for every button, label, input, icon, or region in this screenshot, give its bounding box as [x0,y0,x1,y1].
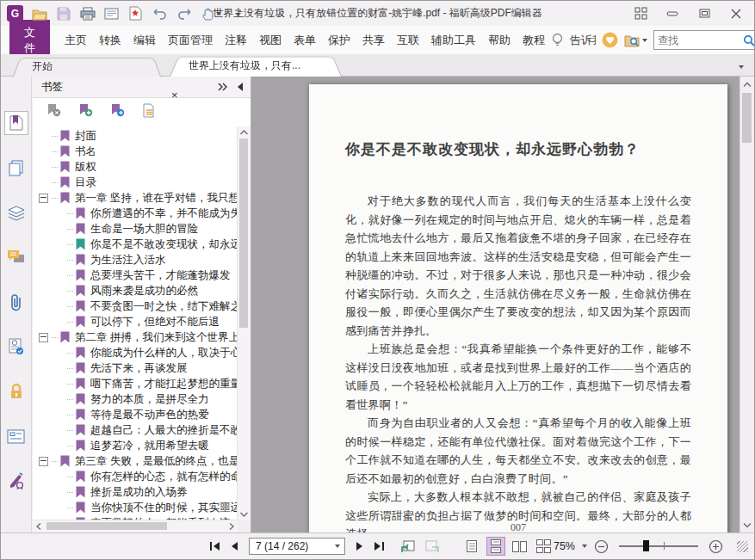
scroll-up-icon[interactable] [238,128,251,137]
attachments-icon[interactable] [4,290,28,314]
tab-close-icon[interactable]: × [171,89,178,102]
collapse-expander-icon[interactable] [39,194,48,203]
bookmark-item[interactable]: 当你快顶不住的时候，其实噩运也 [33,500,238,515]
scroll-thumb[interactable] [46,522,167,530]
menu-item[interactable]: 注释 [219,33,253,48]
set-destination-icon[interactable] [142,103,155,118]
bookmark-item[interactable]: 先活下来，再谈发展 [33,360,238,376]
bookmark-item[interactable]: 追梦若冷，就用希望去暖 [33,438,238,453]
view-mode-single-page[interactable] [462,537,481,556]
bookmark-item[interactable]: 封面 [33,128,238,144]
page-number-input[interactable] [254,539,335,553]
menu-item[interactable]: 转换 [93,33,127,48]
add-bookmark-icon[interactable] [78,103,93,117]
save-icon[interactable] [55,5,71,22]
menu-item[interactable]: 主页 [59,33,93,48]
bookmarks-horizontal-scrollbar[interactable] [33,520,238,532]
bookmark-item[interactable]: 你有怎样的心态，就有怎样的命运 [33,469,238,484]
scroll-thumb[interactable] [742,93,752,143]
view-mode-continuous[interactable] [486,537,505,556]
delete-bookmark-icon[interactable] [46,103,61,117]
menu-item[interactable]: 保护 [322,33,356,48]
print-icon[interactable] [79,5,96,22]
scroll-up-icon[interactable] [740,80,754,89]
zoom-slider[interactable] [619,545,698,547]
hand-tool-caret[interactable] [216,12,221,15]
scroll-down-icon[interactable] [740,520,754,529]
scroll-thumb[interactable] [239,138,248,328]
menu-item[interactable]: 帮助 [482,33,517,48]
bookmarks-panel-icon[interactable] [4,111,28,135]
bookmark-item[interactable]: 总要埋头苦干，才能蓬勃爆发 [33,268,238,283]
next-bookmark-icon[interactable] [110,103,125,117]
form-fields-icon[interactable] [4,424,28,448]
customize-toolbar-icon[interactable] [230,5,246,22]
menu-item[interactable]: 视图 [253,33,288,48]
previous-page-button[interactable] [231,541,238,551]
menu-item[interactable]: 教程 [517,33,551,48]
bookmark-item[interactable]: 目录 [33,175,238,190]
bookmark-item[interactable]: 版权 [33,159,238,175]
scroll-left-icon[interactable] [34,520,43,532]
bookmark-item[interactable]: 可以停下，但绝对不能后退 [33,314,238,329]
window-resize-grip[interactable] [737,541,748,552]
bookmark-item[interactable]: 第一章 坚持，谁在乎对错，我只想 [33,190,238,206]
zoom-in-button[interactable] [709,539,723,554]
redo-icon[interactable] [176,5,192,22]
zoom-slider-handle[interactable] [643,540,649,551]
undo-icon[interactable] [152,5,168,22]
bookmark-item[interactable]: 你是不是不敢改变现状，却永远野 [33,237,238,252]
menu-item[interactable]: 共享 [356,33,391,48]
bookmark-item[interactable]: 挫折是成功的入场券 [33,484,238,500]
foxit-logo-icon[interactable]: G [7,5,23,22]
view-mode-continuous-facing[interactable] [535,537,554,556]
page-field-caret[interactable] [335,545,340,548]
scroll-down-icon[interactable] [238,510,251,519]
menu-item[interactable]: 辅助工具 [425,33,482,48]
previous-view-button[interactable] [400,540,415,553]
bookmark-item[interactable]: 为生活注入活水 [33,252,238,268]
bookmark-item[interactable]: 你所遭遇的不幸，并不能成为失败 [33,206,238,221]
last-page-button[interactable] [374,541,385,551]
find-box[interactable] [653,30,755,50]
hand-tool-icon[interactable] [200,5,222,22]
bookmark-item[interactable]: 不要贪图一时之快，结下难解之 [33,298,238,314]
collapse-expander-icon[interactable] [39,333,48,342]
bookmark-item[interactable]: 生命是一场大胆的冒险 [33,221,238,237]
close-button[interactable] [730,8,742,20]
search-folder-icon[interactable] [624,34,647,47]
bookmark-item[interactable]: 你能成为什么样的人，取决于心中 [33,345,238,360]
scroll-right-icon[interactable] [227,520,236,532]
menu-item[interactable]: 表单 [288,33,322,48]
bookmark-item[interactable]: 超越自己：人最大的挫折是不敢想 [33,422,238,438]
zoom-level-label[interactable]: 75% [554,540,575,552]
bookmark-item[interactable]: 风雨来袭是成功的必然 [33,283,238,298]
bookmark-item[interactable]: 努力的本质，是拼尽全力 [33,391,238,407]
page-number-field[interactable] [249,538,345,555]
search-icon[interactable] [742,34,755,47]
bookmark-item[interactable]: 等待是最不动声色的热爱 [33,407,238,422]
next-view-button[interactable] [425,540,440,553]
bookmark-item[interactable]: 第二章 拼搏，我们来到这个世界上 [33,329,238,345]
email-icon[interactable] [103,5,120,22]
search-folder-caret[interactable] [642,39,647,42]
create-pdf-icon[interactable] [127,5,144,22]
first-page-button[interactable] [209,541,220,551]
tab-list-caret[interactable] [739,59,744,71]
bookmark-item[interactable]: 咽下痛苦，才能扛起梦想的重量 [33,376,238,391]
document-vertical-scrollbar[interactable] [740,77,754,532]
tab-start[interactable]: 开始 [13,56,161,77]
bookmark-item[interactable]: 书名 [33,144,238,159]
layers-icon[interactable] [4,200,28,225]
bookmarks-vertical-scrollbar[interactable] [237,126,251,520]
tab-document[interactable]: 世界上没有垃圾，只有... × [170,54,342,77]
collapse-expander-icon[interactable] [39,457,48,466]
collapse-panel-icon[interactable] [237,83,244,91]
view-mode-facing[interactable] [511,537,529,556]
restore-panels-icon[interactable] [634,7,647,20]
page-thumbnails-icon[interactable] [4,156,28,180]
minimize-button[interactable] [666,7,679,20]
digital-signatures-icon[interactable] [4,335,28,359]
menu-item[interactable]: 互联 [391,33,425,48]
tell-me-label[interactable]: 告诉我 [570,33,596,48]
